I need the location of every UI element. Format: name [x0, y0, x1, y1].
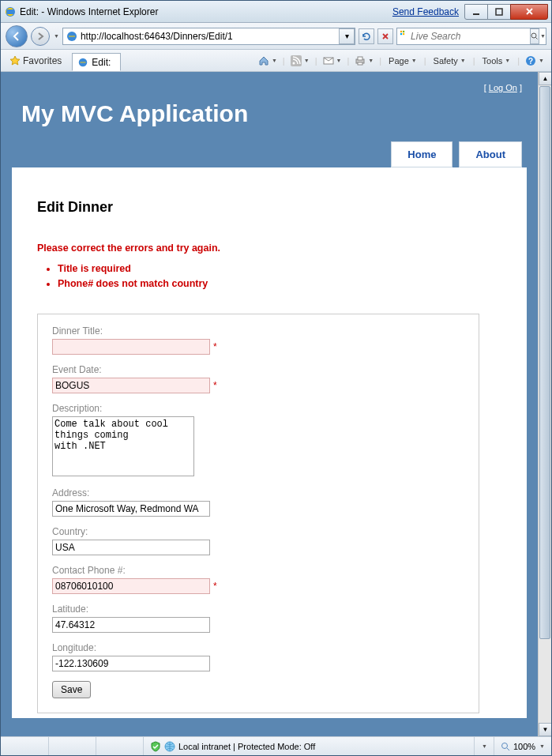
address-input[interactable] [52, 501, 210, 517]
field-latitude: Latitude: [52, 604, 464, 633]
app-title: My MVC Application [10, 92, 528, 141]
navigation-bar: ▼ ▾ ▼ [1, 23, 551, 50]
svg-rect-7 [403, 32, 404, 34]
field-longitude: Longitude: [52, 642, 464, 671]
ie-icon [4, 6, 17, 18]
vertical-scrollbar[interactable]: ▲ ▼ [538, 72, 551, 736]
scroll-down-button[interactable]: ▼ [539, 723, 551, 736]
nav-tabs: Home About [10, 141, 528, 167]
field-address: Address: [52, 487, 464, 517]
search-dropdown-icon[interactable]: ▼ [540, 33, 546, 39]
field-description: Description: Come talk about cool things… [52, 403, 464, 478]
scroll-thumb[interactable] [539, 86, 550, 639]
window-title: Edit: - Windows Internet Explorer [20, 6, 392, 17]
date-label: Event Date: [52, 364, 464, 375]
field-title: Dinner Title: * [52, 325, 464, 355]
send-feedback-link[interactable]: Send Feedback [392, 6, 459, 17]
main-card: Edit Dinner Please correct the errors an… [12, 167, 527, 718]
page-heading: Edit Dinner [37, 199, 501, 216]
search-go-button[interactable] [530, 28, 539, 44]
print-button[interactable]: ▼ [351, 52, 377, 70]
title-label: Dinner Title: [52, 325, 464, 337]
search-bar[interactable]: ▼ [396, 28, 546, 45]
longitude-input[interactable] [52, 656, 210, 671]
required-asterisk: * [213, 581, 217, 592]
zoom-icon [501, 742, 510, 751]
phone-input[interactable] [52, 578, 210, 594]
validation-error-item: Title is required [58, 261, 501, 276]
latitude-label: Latitude: [52, 604, 464, 615]
zone-dropdown-icon[interactable]: ▼ [482, 743, 487, 749]
svg-rect-6 [400, 32, 402, 34]
browser-tab[interactable]: Edit: [72, 53, 121, 71]
favorites-bar: Favorites Edit: ▼ | ▼ | ▼ | ▼ | Page▼ | … [1, 50, 551, 72]
favorites-button[interactable]: Favorites [4, 52, 67, 70]
validation-error-item: Phone# does not match country [58, 276, 501, 291]
svg-rect-2 [496, 9, 502, 15]
home-tab[interactable]: Home [391, 141, 452, 167]
shield-icon [150, 741, 161, 752]
description-label: Description: [52, 403, 464, 414]
save-button[interactable]: Save [52, 681, 91, 698]
zoom-dropdown-icon[interactable]: ▼ [539, 743, 545, 749]
description-textarea[interactable]: Come talk about cool things coming with … [52, 416, 194, 476]
field-phone: Contact Phone #: * [52, 565, 464, 594]
required-asterisk: * [213, 380, 217, 391]
safety-menu[interactable]: Safety▼ [428, 53, 471, 69]
required-asterisk: * [213, 341, 217, 352]
back-button[interactable] [6, 25, 28, 47]
latitude-input[interactable] [52, 617, 210, 633]
validation-summary: Please correct the errors and try again. [37, 243, 501, 254]
svg-rect-14 [358, 57, 362, 60]
stop-button[interactable] [377, 28, 393, 44]
url-input[interactable] [81, 31, 339, 42]
search-input[interactable] [407, 31, 530, 42]
svg-text:?: ? [528, 57, 533, 66]
svg-rect-1 [473, 13, 479, 15]
svg-rect-15 [358, 62, 362, 65]
svg-point-19 [501, 743, 507, 748]
star-icon [9, 55, 21, 66]
page-icon [66, 30, 78, 43]
phone-label: Contact Phone #: [52, 565, 464, 576]
maximize-button[interactable] [487, 4, 511, 20]
url-dropdown-icon[interactable]: ▾ [339, 28, 355, 44]
mail-button[interactable]: ▼ [319, 54, 346, 68]
command-bar: ▼ | ▼ | ▼ | ▼ | Page▼ | Safety▼ | Tools▼… [254, 52, 548, 70]
window-buttons [465, 4, 548, 20]
svg-point-8 [531, 33, 536, 38]
about-tab[interactable]: About [459, 141, 522, 167]
tools-menu[interactable]: Tools▼ [477, 53, 516, 69]
field-country: Country: [52, 526, 464, 555]
date-input[interactable] [52, 378, 210, 393]
svg-point-11 [292, 62, 295, 64]
country-label: Country: [52, 526, 464, 537]
feeds-button[interactable]: ▼ [287, 52, 314, 70]
svg-rect-5 [403, 30, 404, 32]
forward-button[interactable] [31, 27, 50, 46]
content-viewport: ▲ ▼ [ Log On ] My MVC Application Home A… [1, 72, 551, 736]
longitude-label: Longitude: [52, 642, 464, 653]
minimize-button[interactable] [464, 4, 488, 20]
scroll-up-button[interactable]: ▲ [539, 72, 551, 85]
title-input[interactable] [52, 339, 210, 355]
zoom-control[interactable]: 100% ▼ [494, 737, 551, 755]
field-event-date: Event Date: * [52, 364, 464, 393]
window-titlebar: Edit: - Windows Internet Explorer Send F… [1, 1, 551, 23]
logon-link[interactable]: Log On [489, 83, 517, 92]
edit-form: Dinner Title: * Event Date: * [37, 314, 479, 713]
close-button[interactable] [510, 4, 548, 20]
address-bar[interactable]: ▾ [62, 28, 355, 45]
page-menu[interactable]: Page▼ [383, 53, 422, 69]
security-zone-text: Local intranet | Protected Mode: Off [178, 742, 315, 751]
status-bar: Local intranet | Protected Mode: Off ▼ 1… [1, 736, 551, 755]
tab-page-icon [77, 57, 88, 68]
refresh-button[interactable] [359, 28, 374, 44]
address-label: Address: [52, 487, 464, 498]
svg-rect-4 [400, 30, 402, 32]
country-input[interactable] [52, 540, 210, 555]
validation-error-list: Title is required Phone# does not match … [58, 261, 501, 291]
history-dropdown-icon[interactable]: ▼ [54, 33, 59, 39]
home-button[interactable]: ▼ [254, 52, 281, 70]
help-button[interactable]: ?▼ [521, 52, 548, 70]
